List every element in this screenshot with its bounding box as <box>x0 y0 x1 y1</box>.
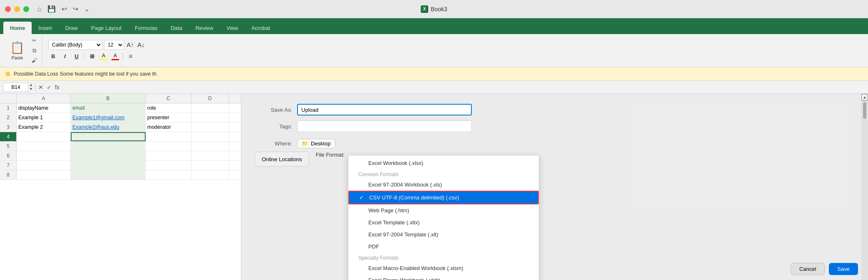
font-family-select[interactable]: Calibri (Body) <box>48 40 102 50</box>
row-number[interactable]: 2 <box>0 113 17 122</box>
cell-a8[interactable] <box>17 170 71 179</box>
tab-insert[interactable]: Insert <box>32 22 59 34</box>
tab-formulas[interactable]: Formulas <box>128 22 164 34</box>
cell-b2[interactable]: Example1@gmail.com <box>71 113 146 122</box>
tab-draw[interactable]: Draw <box>59 22 84 34</box>
list-item[interactable]: Excel 97-2004 Workbook (.xls) <box>348 179 539 191</box>
cell-d2[interactable] <box>191 113 229 122</box>
cell-a4[interactable] <box>17 132 71 141</box>
cell-a6[interactable] <box>17 151 71 160</box>
redo-icon[interactable]: ↪ <box>73 5 78 13</box>
close-button[interactable] <box>5 6 11 12</box>
list-item[interactable]: Excel Binary Workbook (.xlsb) <box>348 274 539 280</box>
cell-reference-input[interactable] <box>3 83 28 92</box>
font-shrink-button[interactable]: A↓ <box>136 40 146 49</box>
cell-b5[interactable] <box>71 142 146 151</box>
confirm-formula-button[interactable]: ✓ <box>47 84 52 91</box>
tab-data[interactable]: Data <box>164 22 188 34</box>
col-header-a[interactable]: A <box>17 94 71 103</box>
row-number[interactable]: 4 <box>0 132 17 141</box>
list-item[interactable]: Excel Workbook (.xlsx) <box>348 157 539 169</box>
cell-b7[interactable] <box>71 161 146 170</box>
format-painter-button[interactable]: 🖌 <box>30 56 39 65</box>
cell-d5[interactable] <box>191 142 229 151</box>
cell-b3[interactable]: Example2@aus.edu <box>71 123 146 132</box>
row-number[interactable]: 3 <box>0 123 17 132</box>
row-number[interactable]: 6 <box>0 151 17 160</box>
save-icon[interactable]: 💾 <box>47 5 56 13</box>
cell-a3[interactable]: Example 2 <box>17 123 71 132</box>
cell-c3[interactable]: moderator <box>146 123 191 132</box>
align-button[interactable]: ≡ <box>126 52 136 61</box>
copy-button[interactable]: ⧉ <box>30 46 39 55</box>
cell-a1[interactable]: displayName <box>17 103 71 113</box>
tab-acrobat[interactable]: Acrobat <box>245 22 277 34</box>
paste-button[interactable]: 📋 Paste <box>7 39 28 62</box>
cell-d3[interactable] <box>191 123 229 132</box>
cell-c2[interactable]: presenter <box>146 113 191 122</box>
cell-b1[interactable]: email <box>71 103 146 113</box>
font-color-button[interactable]: A <box>110 52 120 61</box>
tags-input[interactable] <box>297 120 472 132</box>
cell-ref-down-arrow[interactable]: ▼ <box>29 87 33 91</box>
undo-icon[interactable]: ↩ <box>62 5 67 13</box>
cell-c4[interactable] <box>146 132 191 141</box>
list-item[interactable]: Excel 97-2004 Template (.xlt) <box>348 228 539 241</box>
cell-d8[interactable] <box>191 170 229 179</box>
scroll-up-arrow[interactable]: ▲ <box>861 94 868 101</box>
cancel-button[interactable]: Cancel <box>791 263 825 275</box>
bold-button[interactable]: B <box>48 52 58 61</box>
row-number[interactable]: 5 <box>0 142 17 151</box>
cell-c8[interactable] <box>146 170 191 179</box>
col-header-c[interactable]: C <box>146 94 191 103</box>
formula-input[interactable] <box>62 83 865 92</box>
list-item[interactable]: Excel Template (.xltx) <box>348 216 539 228</box>
cell-c7[interactable] <box>146 161 191 170</box>
cell-c6[interactable] <box>146 151 191 160</box>
list-item[interactable]: Web Page (.htm) <box>348 204 539 216</box>
cell-d4[interactable] <box>191 132 229 141</box>
right-scrollbar[interactable]: ▲ <box>861 94 868 280</box>
save-button[interactable]: Save <box>829 263 858 275</box>
underline-button[interactable]: U <box>72 52 82 61</box>
cell-d6[interactable] <box>191 151 229 160</box>
maximize-button[interactable] <box>23 6 29 12</box>
cell-c5[interactable] <box>146 142 191 151</box>
row-number[interactable]: 1 <box>0 103 17 113</box>
tab-home[interactable]: Home <box>3 22 32 34</box>
insert-function-button[interactable]: fx <box>55 84 60 91</box>
tab-review[interactable]: Review <box>189 22 220 34</box>
cancel-formula-button[interactable]: ✕ <box>38 84 43 91</box>
cell-a5[interactable] <box>17 142 71 151</box>
col-header-b[interactable]: B <box>71 94 146 103</box>
minimize-button[interactable] <box>14 6 20 12</box>
save-as-input[interactable] <box>297 104 472 115</box>
scroll-thumb[interactable] <box>863 102 866 119</box>
cell-d1[interactable] <box>191 103 229 113</box>
italic-button[interactable]: I <box>60 52 70 61</box>
cell-a7[interactable] <box>17 161 71 170</box>
font-size-select[interactable]: 12 <box>104 40 124 50</box>
border-button[interactable]: ⊞ <box>87 52 97 61</box>
cell-a2[interactable]: Example 1 <box>17 113 71 122</box>
cut-button[interactable]: ✂ <box>30 36 39 45</box>
row-number[interactable]: 7 <box>0 161 17 170</box>
cell-c1[interactable]: role <box>146 103 191 113</box>
cell-b4[interactable] <box>71 132 146 141</box>
where-location-button[interactable]: 📁 Desktop <box>297 139 335 148</box>
col-header-d[interactable]: D <box>191 94 229 103</box>
cell-d7[interactable] <box>191 161 229 170</box>
cell-b6[interactable] <box>71 151 146 160</box>
list-item[interactable]: PDF <box>348 241 539 253</box>
more-icon[interactable]: ⌄ <box>84 5 89 13</box>
tab-page-layout[interactable]: Page Layout <box>84 22 128 34</box>
cell-b8[interactable] <box>71 170 146 179</box>
row-number[interactable]: 8 <box>0 170 17 179</box>
font-grow-button[interactable]: A↑ <box>126 40 135 49</box>
list-item-selected[interactable]: ✓ CSV UTF-8 (Comma delimited) (.csv) <box>348 191 539 204</box>
highlight-color-button[interactable]: A <box>99 52 109 61</box>
cell-ref-up-arrow[interactable]: ▲ <box>29 83 33 87</box>
list-item[interactable]: Excel Macro-Enabled Workbook (.xlsm) <box>348 262 539 274</box>
tab-view[interactable]: View <box>220 22 245 34</box>
home-icon[interactable]: ⌂ <box>37 5 42 13</box>
